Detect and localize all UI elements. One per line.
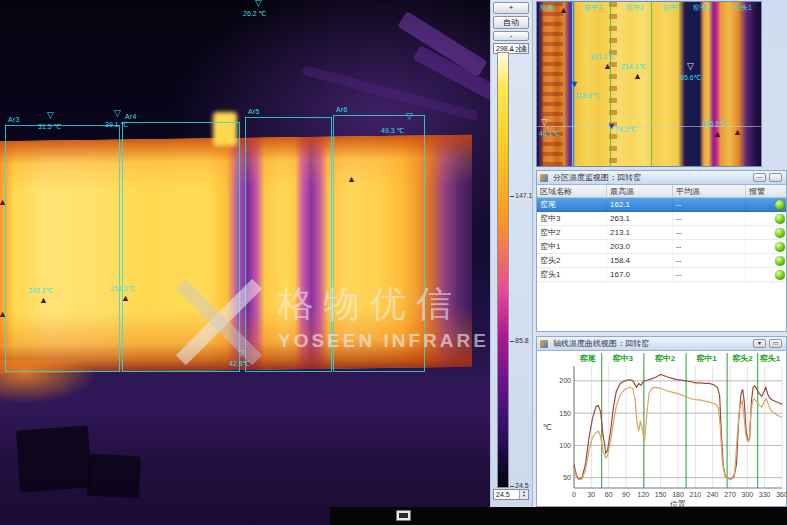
x-tick-label: 180 (672, 491, 684, 498)
alarm-status-indicator (775, 200, 785, 210)
scale-tick (510, 486, 514, 487)
temperature-label: 26.2 ℃ (243, 10, 266, 18)
alarm-status-indicator (775, 214, 785, 224)
table-row[interactable]: 窑头2158.4-- (537, 254, 786, 268)
column-header[interactable]: 报警 (746, 185, 787, 198)
temperature-label: 31.5 ℃ (38, 123, 61, 131)
zone-name-cell: 窑尾 (537, 198, 607, 212)
column-header[interactable]: 平均温 (673, 185, 746, 198)
column-header[interactable]: 最高温 (607, 185, 673, 198)
scale-tick (510, 341, 514, 342)
hotspot-marker-icon[interactable]: ▲ (559, 6, 568, 15)
temperature-label: 49.3 ℃ (381, 127, 404, 135)
hotspot-marker-icon[interactable]: ▲ (633, 72, 642, 81)
strip-region-label: 窑中1 (663, 3, 681, 13)
hotspot-marker-icon[interactable]: ▲ (347, 175, 356, 184)
tray-window-icon[interactable] (396, 510, 411, 521)
hotspot-marker-icon[interactable]: ▲ (0, 198, 7, 207)
auto-scale-button[interactable]: 自动 (493, 16, 529, 29)
strip-boundary-line (610, 2, 611, 166)
alarm-status-indicator (775, 242, 785, 252)
max-temp-cell: 158.4 (607, 254, 673, 268)
hotspot-marker-icon[interactable]: ▲ (733, 128, 742, 137)
temperature-label: 46.1℃ (539, 130, 561, 138)
color-scale-bar (497, 52, 509, 488)
chart-region-label: 窑中2 (655, 353, 676, 363)
measure-region-box[interactable]: Ar3 (5, 125, 120, 372)
table-row[interactable]: 窑中1203.0-- (537, 240, 786, 254)
table-window-titlebar[interactable]: 分区温度监视图：回转窑 — (537, 171, 786, 185)
strip-region-label: 窑头1 (734, 3, 752, 13)
coldspot-marker-icon[interactable]: ▽ (406, 112, 413, 121)
strip-scan-line (537, 126, 761, 127)
coldspot-marker-icon[interactable]: ▽ (47, 111, 54, 120)
temperature-label: 243.3℃ (28, 287, 53, 295)
region-name-label: Ar3 (8, 116, 20, 123)
hotspot-marker-icon[interactable]: ▲ (603, 62, 612, 71)
alarm-status-indicator (775, 270, 785, 280)
level-min-spinner[interactable]: 24.5 ▲▼ (493, 489, 529, 500)
table-row[interactable]: 窑头1167.0-- (537, 268, 786, 282)
table-row[interactable]: 窑尾162.1-- (537, 198, 786, 212)
y-tick-label: 150 (559, 410, 571, 417)
zone-name-cell: 窑中2 (537, 226, 607, 240)
zoom-out-button[interactable]: - (493, 31, 529, 41)
scale-tick (510, 196, 514, 197)
alarm-status-indicator (775, 228, 785, 238)
coldspot-marker-icon[interactable]: ▼ (570, 80, 579, 89)
table-row[interactable]: 窑中3263.1-- (537, 212, 786, 226)
equipment-silhouette (87, 454, 141, 499)
avg-temp-cell: -- (673, 226, 746, 240)
zone-name-cell: 窑中1 (537, 240, 607, 254)
minimize-button[interactable]: — (753, 173, 766, 182)
max-temp-cell: 213.1 (607, 226, 673, 240)
measure-region-box[interactable]: Ar5 (245, 117, 332, 372)
coldspot-marker-icon[interactable]: ▽ (687, 62, 694, 71)
coldspot-marker-icon[interactable]: ▽ (541, 118, 548, 127)
strip-region-label: 窑中2 (626, 3, 644, 13)
temperature-label: 74.1℃ (615, 126, 637, 134)
scale-tick-label: 147.1 (515, 192, 533, 199)
coldspot-marker-icon[interactable]: ▽ (114, 109, 121, 118)
scale-tick-label: 24.5 (515, 482, 529, 489)
region-name-label: Ar6 (336, 106, 348, 113)
temperature-label: 251.3℃ (110, 285, 135, 293)
temperature-curve-chart[interactable]: 50100150200窑尾窑中3窑中2窑中1窑头2窑头1030609012015… (537, 351, 787, 508)
thermal-image-view[interactable]: Ar3Ar4Ar5Ar6▽26.2 ℃▽31.5 ℃▽39.1 ℃▽49.3 ℃… (0, 0, 490, 525)
temperature-label: 39.1 ℃ (105, 121, 128, 129)
y-tick-label: 200 (559, 377, 571, 384)
spinner-arrows-icon[interactable]: ▲▼ (519, 490, 528, 499)
x-tick-label: 120 (637, 491, 649, 498)
hotspot-marker-icon[interactable]: ▲ (0, 310, 7, 319)
palette-scale-panel: + 自动 - 298.4 ▲▼ 208147.185.824.5 24.5 ▲▼ (490, 0, 532, 525)
y-axis-title: ℃ (543, 423, 552, 432)
chart-window-titlebar[interactable]: 轴线温度曲线视图：回转窑 ▾ ▭ (537, 337, 786, 351)
strip-boundary-line (651, 2, 652, 166)
chart-restore-button[interactable]: ▭ (769, 339, 782, 348)
hotspot-marker-icon[interactable]: ▲ (713, 130, 722, 139)
restore-button[interactable] (769, 173, 782, 182)
chart-region-label: 窑中1 (696, 353, 717, 363)
x-tick-label: 240 (707, 491, 719, 498)
measure-region-box[interactable]: Ar4 (122, 122, 240, 372)
zone-table-window: 分区温度监视图：回转窑 — 区域名称最高温平均温报警 窑尾162.1--窑中32… (536, 170, 787, 332)
chart-tool-button[interactable]: ▾ (753, 339, 766, 348)
zoom-in-button[interactable]: + (493, 2, 529, 14)
x-tick-label: 360 (776, 491, 787, 498)
region-name-label: Ar5 (248, 108, 260, 115)
hotspot-marker-icon[interactable]: ▲ (39, 296, 48, 305)
hotspot-marker-icon[interactable]: ▲ (121, 294, 130, 303)
zone-name-cell: 窑头2 (537, 254, 607, 268)
coldspot-marker-icon[interactable]: ▽ (238, 349, 245, 358)
window-icon (540, 340, 548, 348)
table-row[interactable]: 窑中2213.1-- (537, 226, 786, 240)
kiln-strip-view[interactable]: 窑尾窑中3窑中2窑中1窑头2窑头1▲▲201.1℃▲214.1℃▼118.6℃▽… (536, 1, 762, 167)
max-temp-cell: 263.1 (607, 212, 673, 226)
y-tick-label: 50 (563, 474, 571, 481)
column-header[interactable]: 区域名称 (537, 185, 607, 198)
measure-region-box[interactable]: Ar6 (333, 115, 425, 372)
x-tick-label: 150 (655, 491, 667, 498)
avg-temp-cell: -- (673, 254, 746, 268)
chart-region-label: 窑尾 (580, 353, 596, 363)
coldspot-marker-icon[interactable]: ▽ (255, 0, 262, 8)
